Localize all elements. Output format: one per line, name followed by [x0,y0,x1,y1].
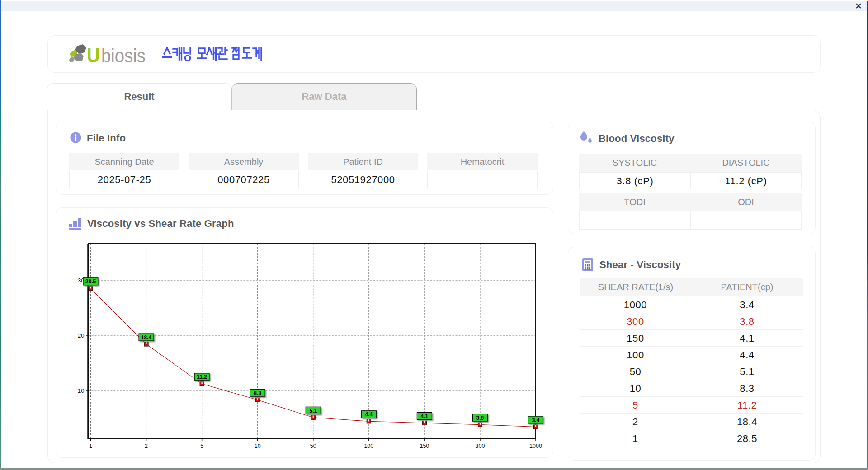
svg-text:U: U [87,44,100,66]
svg-text:18.4: 18.4 [141,334,152,341]
svg-text:1000: 1000 [529,443,542,449]
svg-text:1: 1 [89,443,92,449]
svg-text:3.4: 3.4 [532,417,540,423]
svg-text:5: 5 [200,443,203,449]
svg-text:300: 300 [476,443,485,449]
svg-text:20: 20 [78,332,84,339]
svg-text:4.4: 4.4 [365,411,373,418]
svg-text:biosis: biosis [101,45,146,66]
svg-text:10: 10 [255,443,261,449]
svg-text:28.5: 28.5 [85,278,96,285]
svg-text:8.3: 8.3 [254,390,261,396]
svg-text:5.1: 5.1 [309,408,317,414]
svg-text:2: 2 [145,443,148,449]
svg-text:50: 50 [310,443,316,449]
svg-text:150: 150 [420,443,429,449]
svg-text:100: 100 [364,443,373,449]
svg-text:11.2: 11.2 [197,374,207,380]
svg-text:3.8: 3.8 [476,415,484,421]
svg-text:10: 10 [78,387,84,394]
svg-text:4.1: 4.1 [421,413,429,419]
